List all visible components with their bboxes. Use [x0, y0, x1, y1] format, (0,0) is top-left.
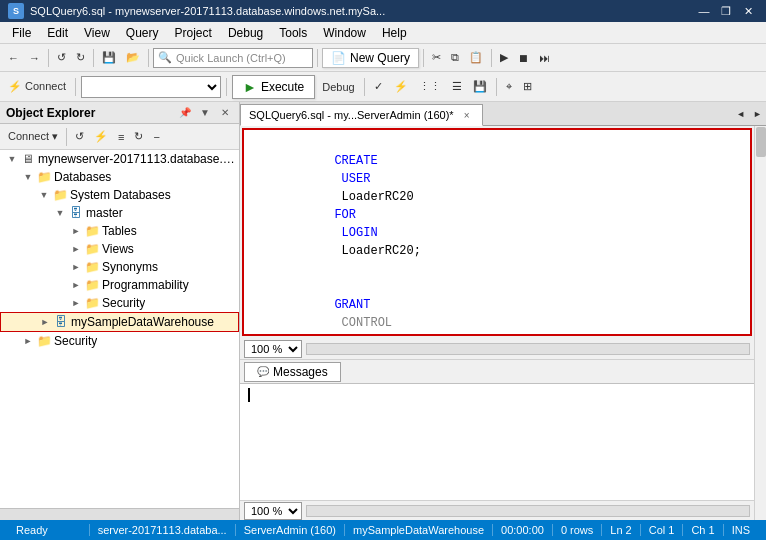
quick-launch-placeholder: Quick Launch (Ctrl+Q): [176, 52, 286, 64]
msec-expand-icon[interactable]: ►: [68, 295, 84, 311]
tree-mysample-db[interactable]: ► 🗄 mySampleDataWarehouse: [0, 312, 239, 332]
oe-filter2-button[interactable]: ≡: [114, 126, 128, 148]
show-table-btn[interactable]: ⊞: [519, 76, 536, 98]
quick-launch[interactable]: 🔍 Quick Launch (Ctrl+Q): [153, 48, 313, 68]
tree-databases[interactable]: ▼ 📁 Databases: [0, 168, 239, 186]
oe-close-button[interactable]: ✕: [217, 105, 233, 121]
tree-security[interactable]: ► 📁 Security: [0, 332, 239, 350]
tree-server[interactable]: ▼ 🖥 mynewserver-20171113.database.w...: [0, 150, 239, 168]
status-server: server-20171113.databa...: [89, 524, 235, 536]
oe-hscroll[interactable]: [0, 508, 239, 520]
server-expand-icon[interactable]: ▼: [4, 151, 20, 167]
oe-filter-button[interactable]: ⚡: [90, 126, 112, 148]
oe-pin-button[interactable]: 📌: [177, 105, 193, 121]
status-db: mySampleDataWarehouse: [344, 524, 492, 536]
tree-tables[interactable]: ► 📁 Tables: [0, 222, 239, 240]
tree-views[interactable]: ► 📁 Views: [0, 240, 239, 258]
mysample-expand-icon[interactable]: ►: [37, 314, 53, 330]
zoom-selector-2[interactable]: 100 %: [244, 502, 302, 520]
security-folder-icon: 📁: [36, 335, 52, 347]
oe-connect-button[interactable]: Connect ▾: [4, 126, 62, 148]
check-button[interactable]: ✓: [370, 76, 387, 98]
execute-button[interactable]: ► Execute: [232, 75, 315, 99]
security-expand-icon[interactable]: ►: [20, 333, 36, 349]
databases-expand-icon[interactable]: ▼: [20, 169, 36, 185]
menu-tools[interactable]: Tools: [271, 24, 315, 42]
tables-folder-icon: 📁: [84, 225, 100, 237]
tb-icon-btn-5[interactable]: ⏹: [514, 47, 533, 69]
database-selector[interactable]: mySampleDataWarehouse: [81, 76, 221, 98]
menu-window[interactable]: Window: [315, 24, 374, 42]
menu-query[interactable]: Query: [118, 24, 167, 42]
sysdb-label: System Databases: [70, 188, 171, 202]
query-tab-close[interactable]: ×: [460, 108, 474, 122]
zoom-bar-2: 100 %: [240, 500, 754, 520]
tab-scroll-right[interactable]: ►: [749, 103, 766, 125]
tb-icon-btn-4[interactable]: ▶: [496, 47, 512, 69]
forward-button[interactable]: →: [25, 47, 44, 69]
results-tabs: 💬 Messages: [240, 360, 754, 384]
mysample-label: mySampleDataWarehouse: [71, 315, 214, 329]
zoom-selector[interactable]: 100 %: [244, 340, 302, 358]
save-button[interactable]: 💾: [98, 47, 120, 69]
show-grid-btn[interactable]: ⌖: [502, 76, 516, 98]
status-server-admin: ServerAdmin (160): [235, 524, 344, 536]
tree-master-security[interactable]: ► 📁 Security: [0, 294, 239, 312]
tree-programmability[interactable]: ► 📁 Programmability: [0, 276, 239, 294]
tree-system-databases[interactable]: ▼ 📁 System Databases: [0, 186, 239, 204]
oe-refresh2-button[interactable]: ↻: [130, 126, 147, 148]
close-button[interactable]: ✕: [738, 3, 758, 19]
minimize-button[interactable]: —: [694, 3, 714, 19]
menu-project[interactable]: Project: [167, 24, 220, 42]
h-scroll-results[interactable]: [306, 505, 750, 517]
back-button[interactable]: ←: [4, 47, 23, 69]
query-editor[interactable]: CREATE USER LoaderRC20 FOR LOGIN LoaderR…: [242, 128, 752, 336]
oe-collapse-button[interactable]: −: [149, 126, 163, 148]
synonyms-label: Synonyms: [102, 260, 158, 274]
results-to-file[interactable]: 💾: [469, 76, 491, 98]
synonyms-expand-icon[interactable]: ►: [68, 259, 84, 275]
views-label: Views: [102, 242, 134, 256]
menu-debug[interactable]: Debug: [220, 24, 271, 42]
open-button[interactable]: 📂: [122, 47, 144, 69]
oe-refresh-button[interactable]: ↺: [71, 126, 88, 148]
views-expand-icon[interactable]: ►: [68, 241, 84, 257]
h-scroll-editor[interactable]: [306, 343, 750, 355]
results-cursor-line: [248, 388, 746, 402]
databases-folder-icon: 📁: [36, 171, 52, 183]
oe-tree[interactable]: ▼ 🖥 mynewserver-20171113.database.w... ▼…: [0, 150, 239, 508]
prog-folder-icon: 📁: [84, 279, 100, 291]
oe-dropdown-button[interactable]: ▼: [197, 105, 213, 121]
results-panel: 💬 Messages 100 %: [240, 360, 754, 520]
menu-file[interactable]: File: [4, 24, 39, 42]
menu-help[interactable]: Help: [374, 24, 415, 42]
menu-edit[interactable]: Edit: [39, 24, 76, 42]
query-tab[interactable]: SQLQuery6.sql - my...ServerAdmin (160)* …: [240, 104, 483, 126]
tb-icon-btn-6[interactable]: ⏭: [535, 47, 554, 69]
query-line-1: CREATE USER LoaderRC20 FOR LOGIN LoaderR…: [248, 134, 746, 278]
msec-folder-icon: 📁: [84, 297, 100, 309]
results-content[interactable]: [240, 384, 754, 500]
prog-expand-icon[interactable]: ►: [68, 277, 84, 293]
sysdb-expand-icon[interactable]: ▼: [36, 187, 52, 203]
master-expand-icon[interactable]: ▼: [52, 205, 68, 221]
menu-view[interactable]: View: [76, 24, 118, 42]
parse-button[interactable]: ⚡: [390, 76, 412, 98]
editor-vscroll[interactable]: [754, 126, 766, 520]
tb-icon-btn-2[interactable]: ⧉: [447, 47, 463, 69]
results-to-grid[interactable]: ⋮⋮: [415, 76, 445, 98]
tb-icon-btn-3[interactable]: 📋: [465, 47, 487, 69]
results-to-text[interactable]: ☰: [448, 76, 466, 98]
debug-button[interactable]: Debug: [318, 76, 358, 98]
undo-button[interactable]: ↺: [53, 47, 70, 69]
messages-tab[interactable]: 💬 Messages: [244, 362, 341, 382]
tb-icon-btn-1[interactable]: ✂: [428, 47, 445, 69]
restore-button[interactable]: ❒: [716, 3, 736, 19]
new-query-button[interactable]: 📄 New Query: [322, 48, 419, 68]
connect-button[interactable]: ⚡ Connect: [4, 76, 70, 98]
tables-expand-icon[interactable]: ►: [68, 223, 84, 239]
tree-master[interactable]: ▼ 🗄 master: [0, 204, 239, 222]
tab-scroll-left[interactable]: ◄: [732, 103, 749, 125]
redo-button[interactable]: ↻: [72, 47, 89, 69]
tree-synonyms[interactable]: ► 📁 Synonyms: [0, 258, 239, 276]
